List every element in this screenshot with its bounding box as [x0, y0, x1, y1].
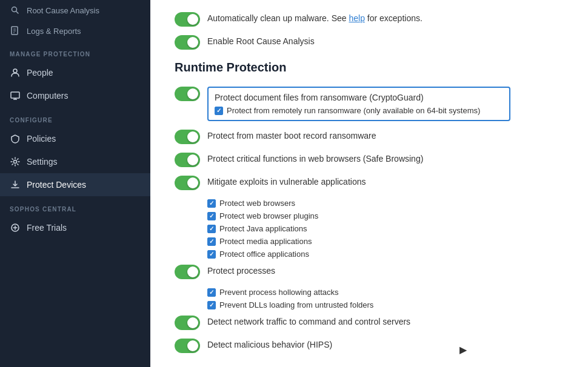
remote-ransomware-label: Protect from remotely run ransomware (on…	[227, 106, 480, 115]
person-icon	[10, 67, 21, 78]
toggle-cryptoguard-switch[interactable]	[175, 87, 200, 101]
sidebar-item-free-trials[interactable]: Free Trials	[0, 216, 150, 239]
sidebar-label-computers: Computers	[27, 91, 68, 101]
toggle-network-switch[interactable]	[175, 316, 200, 330]
top-toggles: Automatically clean up malware. See help…	[175, 12, 564, 50]
sidebar-item-policies[interactable]: Policies	[0, 127, 150, 150]
cursor-indicator: ▶	[459, 344, 467, 355]
media-apps-label: Protect media applications	[219, 237, 312, 246]
dlls-label: Prevent DLLs loading from untrusted fold…	[219, 300, 373, 309]
gear-icon	[10, 156, 21, 167]
toggle-boot-label: Protect from master boot record ransomwa…	[207, 130, 376, 142]
hollowing-checkbox[interactable]	[207, 288, 216, 297]
toggle-hips-switch[interactable]	[175, 339, 200, 353]
sidebar-item-root-cause[interactable]: Root Cause Analysis	[0, 0, 150, 21]
toggle-processes-label: Protect processes	[207, 265, 275, 277]
java-apps-label: Protect Java applications	[219, 224, 307, 233]
toggle-boot-ransomware: Protect from master boot record ransomwa…	[175, 130, 564, 144]
sub-java-apps: Protect Java applications	[207, 224, 564, 233]
remote-ransomware-checkbox[interactable]	[215, 107, 223, 115]
toggle-safe-browsing-label: Protect critical functions in web browse…	[207, 153, 423, 165]
cryptoguard-box: Protect document files from ransomware (…	[207, 87, 510, 121]
sidebar-label-root-cause: Root Cause Analysis	[27, 6, 99, 15]
java-apps-checkbox[interactable]	[207, 225, 216, 233]
toggle-processes-switch[interactable]	[175, 265, 200, 279]
web-browsers-checkbox[interactable]	[207, 199, 216, 208]
exploits-sub-checks: Protect web browsers Protect web browser…	[207, 199, 564, 259]
sidebar-label-logs: Logs & Reports	[27, 27, 81, 36]
cryptoguard-label: Protect document files from ransomware (…	[215, 93, 503, 102]
svg-rect-7	[11, 92, 19, 98]
plus-circle-icon	[10, 222, 21, 233]
browser-plugins-label: Protect web browser plugins	[219, 211, 318, 220]
sub-office-apps: Protect office applications	[207, 250, 564, 259]
sidebar-item-computers[interactable]: Computers	[0, 84, 150, 107]
toggle-processes: Protect processes	[175, 265, 564, 279]
web-browsers-label: Protect web browsers	[219, 199, 295, 208]
toggle-exploits-label: Mitigate exploits in vulnerable applicat…	[207, 176, 366, 188]
monitor-icon	[10, 90, 21, 101]
toggle-cryptoguard: Protect document files from ransomware (…	[175, 87, 564, 121]
main-content: Automatically clean up malware. See help…	[150, 0, 588, 367]
sidebar-label-policies: Policies	[27, 134, 56, 144]
search-icon	[10, 5, 21, 16]
sidebar-item-logs[interactable]: Logs & Reports	[0, 21, 150, 41]
toggle-boot-switch[interactable]	[175, 130, 200, 144]
section-label-configure: CONFIGURE	[0, 107, 150, 127]
toggle-root-cause: Enable Root Cause Analysis	[175, 35, 564, 50]
processes-sub-checks: Prevent process hollowing attacks Preven…	[207, 288, 564, 309]
toggle-network-traffic: Detect network traffic to command and co…	[175, 316, 564, 330]
svg-point-6	[13, 69, 17, 73]
toggle-network-label: Detect network traffic to command and co…	[207, 316, 410, 328]
sidebar-item-people[interactable]: People	[0, 61, 150, 84]
sidebar-item-settings[interactable]: Settings	[0, 150, 150, 173]
cryptoguard-sub: Protect from remotely run ransomware (on…	[215, 106, 503, 115]
sub-hollowing: Prevent process hollowing attacks	[207, 288, 564, 297]
runtime-title: Runtime Protection	[175, 61, 564, 74]
sidebar: Root Cause Analysis Logs & Reports MANAG…	[0, 0, 150, 367]
download-icon	[10, 179, 21, 190]
sidebar-item-protect-devices[interactable]: Protect Devices	[0, 173, 150, 196]
sidebar-label-free-trials: Free Trials	[27, 223, 67, 233]
dlls-checkbox[interactable]	[207, 301, 216, 309]
office-apps-checkbox[interactable]	[207, 250, 216, 259]
svg-point-10	[14, 160, 17, 164]
file-icon	[10, 25, 21, 36]
sidebar-label-settings: Settings	[27, 157, 58, 167]
toggle-safe-browsing-switch[interactable]	[175, 153, 200, 167]
toggle-exploits: Mitigate exploits in vulnerable applicat…	[175, 176, 564, 190]
sub-browser-plugins: Protect web browser plugins	[207, 211, 564, 220]
toggle-auto-clean: Automatically clean up malware. See help…	[175, 12, 564, 27]
section-label-sophos: SOPHOS CENTRAL	[0, 196, 150, 216]
office-apps-label: Protect office applications	[219, 250, 309, 259]
toggle-exploits-switch[interactable]	[175, 176, 200, 190]
sub-dlls: Prevent DLLs loading from untrusted fold…	[207, 300, 564, 309]
toggle-auto-clean-label: Automatically clean up malware. See help…	[207, 12, 423, 25]
shield-icon	[10, 133, 21, 144]
section-label-manage: MANAGE PROTECTION	[0, 41, 150, 61]
sidebar-label-people: People	[27, 68, 53, 78]
toggle-hips-label: Detect malicious behavior (HIPS)	[207, 339, 332, 351]
hollowing-label: Prevent process hollowing attacks	[219, 288, 339, 297]
sub-media-apps: Protect media applications	[207, 237, 564, 246]
sub-web-browsers: Protect web browsers	[207, 199, 564, 208]
svg-line-1	[16, 12, 19, 14]
toggle-safe-browsing: Protect critical functions in web browse…	[175, 153, 564, 167]
media-apps-checkbox[interactable]	[207, 237, 216, 246]
sidebar-label-protect-devices: Protect Devices	[27, 180, 86, 190]
toggle-root-cause-switch[interactable]	[175, 35, 200, 50]
browser-plugins-checkbox[interactable]	[207, 212, 216, 220]
toggle-auto-clean-switch[interactable]	[175, 12, 200, 27]
toggle-root-cause-label: Enable Root Cause Analysis	[207, 35, 315, 48]
help-link[interactable]: help	[349, 13, 364, 23]
toggle-hips: Detect malicious behavior (HIPS) ▶	[175, 339, 564, 353]
